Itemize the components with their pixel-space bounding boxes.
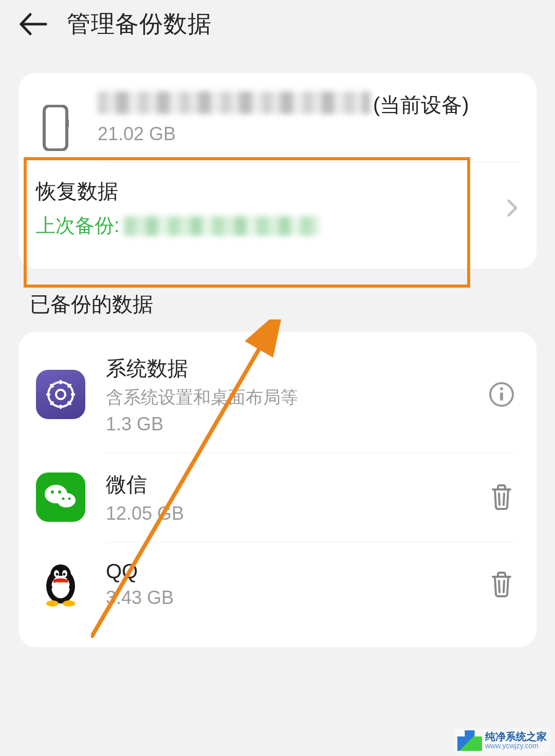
page-title: 管理备份数据 xyxy=(67,8,212,40)
item-desc: 含系统设置和桌面布局等 xyxy=(106,386,487,409)
svg-point-28 xyxy=(56,573,59,575)
delete-icon[interactable] xyxy=(487,570,516,599)
svg-point-31 xyxy=(63,600,75,607)
backed-up-section-title: 已备份的数据 xyxy=(30,290,555,318)
device-card: (当前设备) 21.02 GB 恢复数据 上次备份: xyxy=(18,73,536,269)
watermark: 纯净系统之家 www.ycwjzy.com xyxy=(454,728,550,753)
svg-line-21 xyxy=(499,494,499,505)
delete-icon[interactable] xyxy=(487,483,516,512)
phone-icon xyxy=(36,105,77,151)
qq-icon xyxy=(36,560,85,609)
restore-row[interactable]: 恢复数据 上次备份: xyxy=(18,163,536,258)
restore-title: 恢复数据 xyxy=(36,177,495,205)
svg-point-20 xyxy=(68,498,71,500)
svg-point-18 xyxy=(58,490,61,494)
svg-point-30 xyxy=(46,600,59,607)
svg-line-22 xyxy=(504,494,504,505)
item-size: 1.3 GB xyxy=(106,413,487,435)
wechat-icon xyxy=(36,472,85,522)
back-button[interactable] xyxy=(15,6,51,42)
svg-rect-14 xyxy=(500,392,503,401)
watermark-url: www.ycwjzy.com xyxy=(485,742,547,750)
item-title: 系统数据 xyxy=(106,354,487,383)
info-icon[interactable] xyxy=(487,380,516,409)
device-name-redacted xyxy=(98,91,370,114)
device-size: 21.02 GB xyxy=(98,123,519,145)
item-title: 微信 xyxy=(106,470,487,499)
restore-sub-label: 上次备份: xyxy=(36,213,120,239)
device-text: (当前设备) 21.02 GB xyxy=(98,89,519,145)
item-size: 12.05 GB xyxy=(106,503,487,524)
svg-rect-0 xyxy=(44,106,67,150)
svg-point-16 xyxy=(57,493,76,507)
back-arrow-icon xyxy=(18,11,49,37)
svg-point-3 xyxy=(56,390,65,399)
device-suffix: (当前设备) xyxy=(373,91,469,119)
svg-point-29 xyxy=(63,573,66,575)
backed-up-list: 系统数据 含系统设置和桌面布局等 1.3 GB 微信 xyxy=(18,332,536,647)
restore-sub: 上次备份: xyxy=(36,213,495,239)
gear-icon xyxy=(36,370,85,419)
topbar: 管理备份数据 xyxy=(0,0,555,58)
svg-line-32 xyxy=(499,581,499,592)
svg-point-19 xyxy=(62,498,65,500)
item-title: QQ xyxy=(106,560,487,583)
restore-date-redacted xyxy=(124,216,319,236)
svg-rect-1 xyxy=(66,119,69,127)
svg-point-13 xyxy=(500,387,503,390)
chevron-right-icon xyxy=(506,198,519,218)
device-row[interactable]: (当前设备) 21.02 GB xyxy=(18,87,536,151)
list-item-system[interactable]: 系统数据 含系统设置和桌面布局等 1.3 GB xyxy=(18,337,536,452)
list-item-wechat[interactable]: 微信 12.05 GB xyxy=(18,453,536,542)
watermark-title: 纯净系统之家 xyxy=(485,731,547,742)
svg-line-33 xyxy=(504,581,504,592)
list-item-qq[interactable]: QQ 3.43 GB xyxy=(18,542,536,627)
item-size: 3.43 GB xyxy=(106,587,487,609)
svg-point-17 xyxy=(51,490,54,494)
watermark-icon xyxy=(457,730,482,751)
